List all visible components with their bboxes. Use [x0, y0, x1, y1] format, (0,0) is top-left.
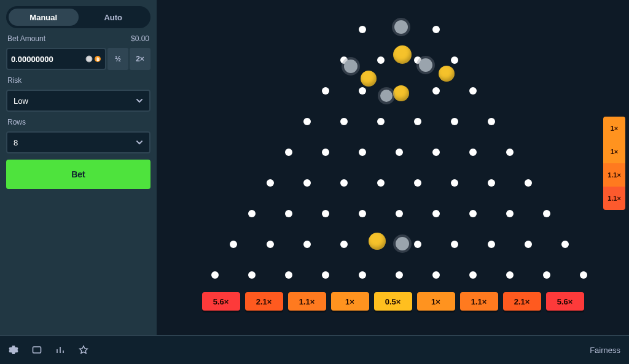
peg [451, 56, 458, 64]
peg [322, 149, 329, 156]
peg [414, 179, 421, 187]
ball-grey [396, 237, 409, 250]
currency-coins-icon: ฿ [85, 55, 101, 63]
rows-label: Rows [7, 118, 26, 126]
peg [543, 271, 550, 279]
peg [469, 87, 477, 95]
risk-selected: Low [14, 96, 28, 106]
peg [506, 271, 514, 279]
peg [525, 241, 532, 248]
peg [359, 210, 366, 217]
payout-history: 1×1×1.1×1.1× [603, 117, 625, 210]
payout-slot[interactable]: 5.6× [202, 292, 240, 311]
peg [396, 210, 403, 217]
peg [488, 118, 495, 125]
payout-slot[interactable]: 5.6× [546, 292, 584, 311]
ball-gold [439, 66, 455, 82]
tab-manual[interactable]: Manual [9, 9, 79, 26]
peg [451, 179, 458, 187]
risk-select[interactable]: Low [6, 90, 150, 112]
svg-point-0 [86, 56, 92, 62]
ball-grey [419, 58, 432, 72]
peg [322, 271, 329, 279]
gear-icon[interactable] [9, 345, 18, 355]
peg [580, 271, 587, 279]
ball-gold [369, 233, 386, 250]
peg [303, 241, 311, 248]
peg [396, 149, 403, 156]
payout-slot[interactable]: 1.1× [288, 292, 326, 311]
peg [359, 149, 366, 156]
peg [303, 179, 311, 187]
peg [414, 241, 421, 248]
tab-auto[interactable]: Auto [79, 9, 149, 26]
ball-grey [394, 20, 408, 34]
bet-amount-balance: $0.00 [131, 34, 149, 43]
peg [432, 26, 440, 33]
ball-gold [393, 45, 412, 64]
history-item: 1× [603, 140, 625, 163]
peg [359, 87, 366, 95]
peg [267, 241, 274, 248]
history-item: 1.1× [603, 187, 625, 210]
peg [469, 210, 477, 217]
peg [285, 271, 292, 279]
payout-slot[interactable]: 2.1× [245, 292, 283, 311]
game-board: 5.6×2.1×1.1×1×0.5×1×1.1×2.1×5.6× 1×1×1.1… [157, 0, 629, 335]
payout-slot[interactable]: 2.1× [503, 292, 541, 311]
peg [506, 149, 514, 156]
stats-icon[interactable] [55, 345, 65, 355]
risk-label: Risk [7, 76, 21, 85]
peg [248, 210, 256, 217]
ball-gold [393, 85, 409, 101]
peg [561, 241, 569, 248]
peg [469, 149, 477, 156]
peg [432, 210, 440, 217]
peg [506, 210, 514, 217]
peg [248, 271, 256, 279]
history-item: 1.1× [603, 163, 625, 187]
peg [340, 179, 348, 187]
peg [396, 271, 403, 279]
peg [230, 241, 237, 248]
payout-slot[interactable]: 0.5× [374, 292, 412, 311]
peg [340, 118, 348, 125]
star-icon[interactable] [79, 345, 88, 355]
mode-tabs: Manual Auto [6, 6, 150, 28]
theatre-mode-icon[interactable] [32, 345, 42, 355]
peg [322, 87, 329, 95]
peg [488, 179, 495, 187]
double-button[interactable]: 2× [130, 48, 150, 70]
chevron-down-icon [136, 139, 143, 146]
ball-grey [344, 60, 357, 73]
svg-rect-3 [33, 347, 41, 353]
peg [285, 149, 292, 156]
ball-gold [361, 71, 377, 87]
fairness-link[interactable]: Fairness [590, 346, 620, 355]
peg [469, 271, 477, 279]
payout-slot[interactable]: 1× [417, 292, 455, 311]
peg [432, 271, 440, 279]
peg [303, 118, 311, 125]
payout-slot[interactable]: 1.1× [460, 292, 498, 311]
peg [432, 87, 440, 95]
payout-slots: 5.6×2.1×1.1×1×0.5×1×1.1×2.1×5.6× [202, 292, 584, 311]
peg [211, 271, 219, 279]
bet-amount-input[interactable]: 0.00000000 ฿ [6, 48, 106, 70]
chevron-down-icon [136, 97, 143, 104]
peg [488, 241, 495, 248]
rows-selected: 8 [14, 138, 18, 147]
peg [322, 210, 329, 217]
peg [451, 241, 458, 248]
rows-select[interactable]: 8 [6, 131, 150, 153]
peg [451, 118, 458, 125]
peg [359, 271, 366, 279]
peg [432, 149, 440, 156]
payout-slot[interactable]: 1× [331, 292, 369, 311]
peg [377, 179, 385, 187]
peg [414, 118, 421, 125]
bet-amount-label: Bet Amount [7, 34, 45, 43]
ball-grey [380, 90, 393, 102]
half-button[interactable]: ½ [107, 48, 128, 70]
bet-button[interactable]: Bet [6, 160, 150, 189]
